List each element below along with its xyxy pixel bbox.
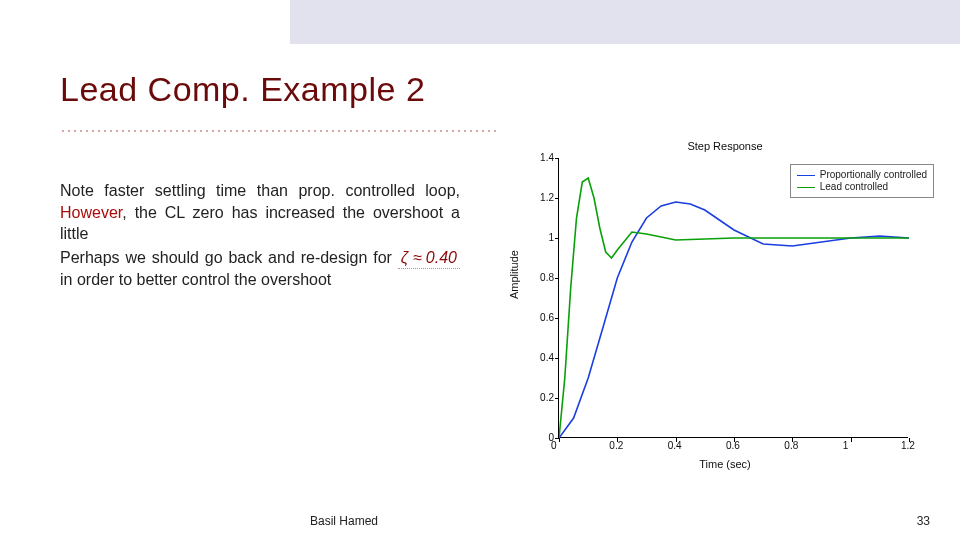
title-underline <box>60 130 500 132</box>
body-text: Note faster settling time than prop. con… <box>60 180 460 293</box>
chart-plot <box>559 158 909 438</box>
slide-title: Lead Comp. Example 2 <box>60 70 425 109</box>
page-number: 33 <box>917 514 930 528</box>
step-response-chart: Step Response Amplitude 00.20.40.60.811.… <box>510 140 940 470</box>
chart-axes: 00.20.40.60.811.21.4 00.20.40.60.811.2 <box>558 158 908 438</box>
zeta-value: ζ ≈ 0.40 <box>398 247 460 270</box>
legend-item: Lead controlled <box>797 181 927 193</box>
y-axis-label: Amplitude <box>508 250 520 299</box>
footer-author: Basil Hamed <box>310 514 378 528</box>
chart-title: Step Response <box>510 140 940 152</box>
chart-legend: Proportionally controlled Lead controlle… <box>790 164 934 198</box>
x-axis-label: Time (sec) <box>510 458 940 470</box>
legend-item: Proportionally controlled <box>797 169 927 181</box>
